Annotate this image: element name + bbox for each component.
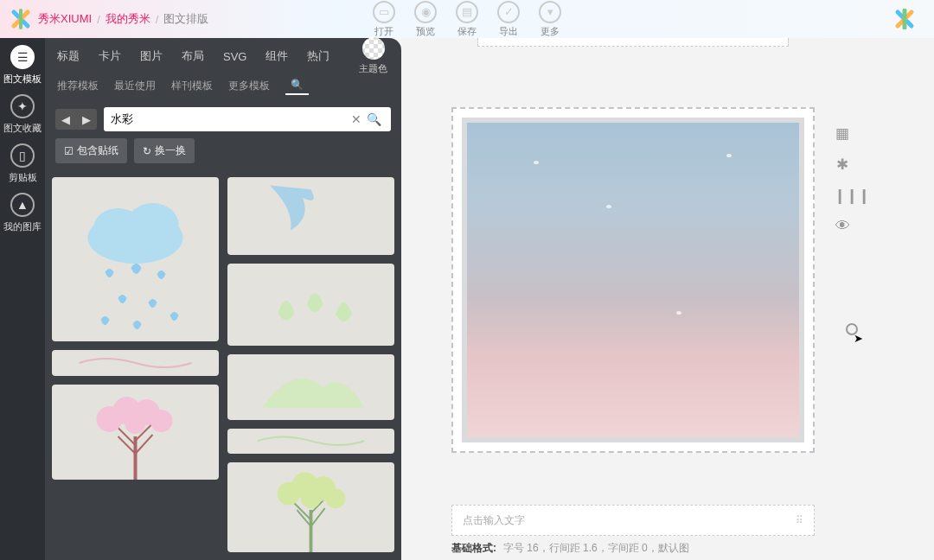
folder-icon: ▭: [373, 1, 395, 23]
format-detail: 字号 16，行间距 1.6，字间距 0，默认图: [503, 542, 689, 554]
template-gallery: [45, 172, 401, 557]
subtab-recommend[interactable]: 推荐模板: [57, 79, 99, 93]
history-nav: ◀ ▶: [55, 109, 97, 130]
panel-secondary-tabs: 推荐模板 最近使用 样刊模板 更多模板 🔍: [45, 71, 401, 100]
breadcrumb: 秀米XIUMI / 我的秀米 / 图文排版: [38, 11, 208, 27]
transparent-swatch-icon: [362, 37, 385, 60]
gallery-item-hill-green[interactable]: [227, 354, 394, 420]
grid-icon[interactable]: ▦: [834, 124, 851, 142]
left-rail: ☰图文模板 ✦图文收藏 ▯剪贴板 ▲我的图库: [0, 38, 45, 560]
text-placeholder-label: 点击输入文字: [463, 513, 525, 528]
app-logo-right-icon[interactable]: [894, 9, 915, 29]
theme-color-picker[interactable]: 主题色: [359, 37, 387, 75]
subtab-recent[interactable]: 最近使用: [114, 79, 156, 93]
watercolor-sky-image: [462, 118, 804, 442]
check-square-icon: ☑: [64, 145, 74, 157]
breadcrumb-brand[interactable]: 秀米XIUMI: [38, 11, 92, 27]
breadcrumb-current: 图文排版: [163, 11, 208, 27]
save-icon: ▤: [456, 1, 478, 23]
preview-button[interactable]: ◉预览: [414, 1, 437, 38]
panel-search-row: ◀ ▶ ✕ 🔍: [45, 100, 401, 138]
drag-handle-icon[interactable]: ⠿: [796, 514, 803, 526]
theme-label: 主题色: [359, 62, 387, 75]
search-input[interactable]: [111, 113, 349, 126]
tab-layout[interactable]: 布局: [182, 48, 204, 64]
check-icon: ✓: [497, 1, 520, 23]
text-placeholder-block[interactable]: 点击输入文字 ⠿: [451, 505, 815, 536]
save-button[interactable]: ▤保存: [456, 1, 478, 38]
rail-mylib[interactable]: ▲我的图库: [3, 193, 42, 233]
search-box: ✕ 🔍: [104, 107, 391, 131]
tab-hot[interactable]: 热门: [307, 48, 329, 64]
tab-svg[interactable]: SVG: [223, 50, 246, 63]
clear-icon[interactable]: ✕: [349, 112, 364, 126]
breadcrumb-sep: /: [97, 13, 100, 26]
gallery-item-divider-green[interactable]: [227, 429, 394, 453]
more-button[interactable]: ▾更多: [539, 1, 561, 38]
bars-icon[interactable]: ❙❙❙: [834, 187, 851, 204]
svg-point-11: [326, 488, 346, 508]
rail-templates[interactable]: ☰图文模板: [3, 45, 42, 86]
subtab-more[interactable]: 更多模板: [228, 79, 270, 93]
tab-title[interactable]: 标题: [57, 48, 80, 64]
include-sticker-chip[interactable]: ☑包含贴纸: [55, 138, 127, 163]
svg-point-12: [301, 488, 321, 508]
subtab-search-icon[interactable]: 🔍: [285, 76, 309, 95]
forward-button[interactable]: ▶: [76, 109, 97, 130]
block-side-tools: ▦ ✱ ❙❙❙ 👁: [834, 124, 851, 235]
eye-icon: ◉: [414, 1, 437, 23]
tab-card[interactable]: 卡片: [99, 48, 121, 64]
clipboard-icon: ▯: [10, 143, 35, 168]
tab-component[interactable]: 组件: [265, 48, 288, 64]
cursor-arrow-icon: ➤: [854, 332, 863, 345]
heart-icon: ✦: [10, 94, 35, 118]
gallery-item-divider-pink[interactable]: [52, 350, 219, 376]
format-label: 基础格式:: [451, 542, 496, 554]
image-icon: ▲: [10, 193, 35, 217]
list-icon: ☰: [10, 45, 35, 69]
selected-image-block[interactable]: [451, 107, 815, 453]
eye-icon[interactable]: 👁: [834, 218, 851, 235]
refresh-chip[interactable]: ↻换一换: [134, 138, 195, 163]
export-button[interactable]: ✓导出: [497, 1, 520, 38]
template-panel: 标题 卡片 图片 布局 SVG 组件 热门 主题色 推荐模板 最近使用 样刊模板…: [45, 38, 401, 560]
gallery-item-tree-pink[interactable]: [52, 385, 219, 480]
rail-favorites[interactable]: ✦图文收藏: [3, 94, 42, 135]
breadcrumb-mine[interactable]: 我的秀米: [106, 11, 150, 27]
topbar-actions: ▭打开 ◉预览 ▤保存 ✓导出 ▾更多: [373, 1, 561, 38]
open-button[interactable]: ▭打开: [373, 1, 395, 38]
format-footer: 基础格式:字号 16，行间距 1.6，字间距 0，默认图: [451, 541, 689, 556]
breadcrumb-sep: /: [156, 13, 159, 26]
previous-block-edge[interactable]: [477, 38, 789, 47]
gallery-item-tree-green[interactable]: [227, 462, 394, 552]
tab-image[interactable]: 图片: [140, 48, 163, 64]
chevron-down-icon: ▾: [539, 1, 561, 23]
gallery-item-bird[interactable]: [227, 177, 394, 255]
panel-primary-tabs: 标题 卡片 图片 布局 SVG 组件 热门 主题色: [45, 38, 401, 69]
rail-clipboard[interactable]: ▯剪贴板: [9, 143, 37, 184]
refresh-icon: ↻: [143, 145, 151, 157]
sparkle-icon[interactable]: ✱: [834, 156, 851, 173]
subtab-sample[interactable]: 样刊模板: [171, 79, 213, 93]
app-logo-icon: [10, 9, 31, 29]
svg-point-2: [127, 203, 179, 246]
panel-chips: ☑包含贴纸 ↻换一换: [45, 138, 401, 172]
svg-point-6: [150, 410, 173, 432]
gallery-item-cloud-rain[interactable]: [52, 177, 219, 341]
canvas-area: ▦ ✱ ❙❙❙ 👁 ➤ 点击输入文字 ⠿ 基础格式:字号 16，行间距 1.6，…: [401, 38, 934, 560]
search-icon[interactable]: 🔍: [364, 112, 384, 126]
back-button[interactable]: ◀: [55, 109, 76, 130]
top-bar: 秀米XIUMI / 我的秀米 / 图文排版 ▭打开 ◉预览 ▤保存 ✓导出 ▾更…: [0, 0, 934, 38]
gallery-item-leaves-green[interactable]: [227, 264, 394, 346]
svg-point-7: [125, 413, 146, 434]
